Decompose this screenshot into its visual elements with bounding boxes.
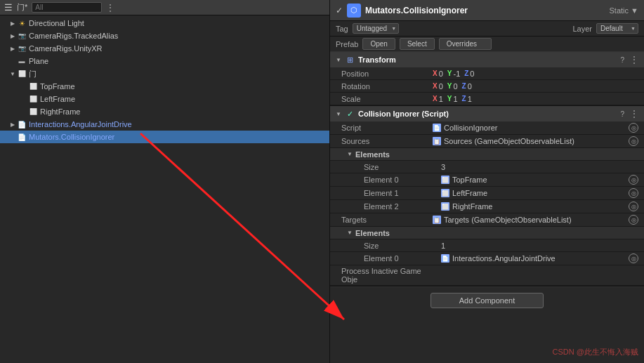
collision-help-icon[interactable]: ?	[620, 110, 624, 118]
position-z-val: 0	[470, 70, 474, 78]
hierarchy-item-camera-tracked[interactable]: ▶ 📷 CameraRigs.TrackedAlias	[0, 29, 329, 42]
transform-header[interactable]: ▼ ⊞ Transform ? ⋮	[330, 52, 644, 67]
transform-foldout-icon: ▼	[336, 57, 344, 63]
element2-target-btn[interactable]: ◎	[629, 202, 638, 211]
hierarchy-item-mutators[interactable]: 📄 Mutators.CollisionIgnorer	[0, 131, 329, 143]
label-frame-root: 门	[29, 69, 37, 79]
arrow-frame-root: ▼	[8, 70, 17, 78]
sources-size-row: Size 3	[330, 161, 644, 173]
target-element0-icon: 📄	[441, 254, 449, 263]
targets-circle-btn[interactable]: ◎	[629, 215, 638, 225]
x-axis-label: X	[433, 70, 438, 77]
hierarchy-search[interactable]	[32, 2, 102, 13]
sources-element2-label: Element 2	[364, 202, 441, 211]
overrides-button[interactable]: Overrides	[439, 38, 492, 50]
sources-elements-header[interactable]: ▼ Elements	[330, 148, 644, 161]
sources-size-value: 3	[441, 163, 638, 171]
sources-target-btn[interactable]: ◎	[629, 136, 638, 146]
scale-z-pair: Z 1	[462, 95, 472, 103]
rotation-z-val: 0	[468, 82, 472, 91]
collision-ignorer-section: ▼ ✓ Collision Ignorer (Script) ? ⋮ Scrip…	[330, 106, 644, 286]
icon-mutators: 📄	[17, 132, 27, 142]
rotation-values: X 0 Y 0 Z 0	[433, 82, 472, 91]
sources-ref-value: Sources (GameObjectObservableList)	[444, 137, 574, 145]
targets-row: Targets 📋 Targets (GameObjectObservableL…	[330, 213, 644, 227]
collision-active-checkbox[interactable]: ✓	[347, 110, 353, 119]
label-camera-tracked: CameraRigs.TrackedAlias	[29, 32, 118, 40]
sz-axis-label: Z	[462, 95, 466, 103]
icon-frame-root: ⬜	[17, 69, 27, 79]
transform-help-icon[interactable]: ?	[620, 56, 624, 64]
layer-label: Layer	[572, 25, 592, 33]
icon-top-frame: ⬜	[28, 81, 38, 91]
sources-element0-row: Element 0 ⬜ TopFrame ◎	[330, 173, 644, 187]
layer-dropdown[interactable]: Default	[596, 23, 638, 34]
position-x-val: 0	[439, 70, 443, 78]
collision-ignorer-header[interactable]: ▼ ✓ Collision Ignorer (Script) ? ⋮	[330, 106, 644, 121]
open-button[interactable]: Open	[362, 38, 395, 50]
ry-axis-label: Y	[447, 82, 452, 90]
tag-dropdown[interactable]: Untagged	[353, 23, 399, 34]
more-menu-icon[interactable]: ⋮	[106, 3, 114, 13]
targets-size-row: Size 1	[330, 239, 644, 252]
hierarchy-panel: ☰ 门* ⋮ ▶ ☀ Directional Light ▶ 📷	[0, 0, 330, 363]
targets-element0-value: Interactions.AngularJointDrive	[452, 254, 556, 263]
add-component-button[interactable]: Add Component	[431, 293, 544, 308]
arrow-mutators	[8, 133, 17, 141]
hierarchy-item-right-frame[interactable]: ⬜ RightFrame	[0, 105, 329, 118]
collision-title: Collision Ignorer (Script)	[358, 110, 617, 118]
position-z-pair: Z 0	[464, 70, 474, 78]
hierarchy-item-top-frame[interactable]: ⬜ TopFrame	[0, 80, 329, 93]
hierarchy-item-camera-unity[interactable]: ▶ 📷 CameraRigs.UnityXR	[0, 42, 329, 55]
label-top-frame: TopFrame	[40, 82, 75, 91]
sources-element2-value-container: ⬜ RightFrame	[441, 202, 629, 211]
label-right-frame: RightFrame	[40, 107, 80, 116]
collision-menu-icon[interactable]: ⋮	[630, 109, 638, 119]
element2-cube-icon: ⬜	[441, 202, 449, 211]
script-label: Script	[341, 124, 433, 132]
target-element0-circle-btn[interactable]: ◎	[629, 253, 638, 263]
targets-ref-value: Targets (GameObjectObservableList)	[444, 216, 572, 224]
position-row: Position X 0 Y -1 Z 0	[330, 67, 644, 80]
watermark: CSDN @此生不悔入海贼	[553, 347, 638, 357]
sx-axis-label: X	[433, 95, 438, 103]
transform-menu-icon[interactable]: ⋮	[630, 55, 638, 65]
tag-layer-row: Tag Untagged Layer Default	[330, 21, 644, 37]
static-label[interactable]: Static ▼	[610, 6, 638, 15]
hierarchy-item-interactions[interactable]: ▶ 📄 Interactions.AngularJointDrive	[0, 118, 329, 131]
transform-section: ▼ ⊞ Transform ? ⋮ Position X 0	[330, 52, 644, 106]
element1-target-btn[interactable]: ◎	[629, 188, 638, 198]
label-left-frame: LeftFrame	[40, 95, 75, 103]
prefab-row: Prefab Open Select Overrides	[330, 37, 644, 52]
hierarchy-item-left-frame[interactable]: ⬜ LeftFrame	[0, 93, 329, 105]
targets-elements-header[interactable]: ▼ Elements	[330, 227, 644, 239]
targets-size-value: 1	[441, 242, 638, 250]
hierarchy-item-plane[interactable]: ▬ Plane	[0, 55, 329, 67]
hierarchy-item-directional-light[interactable]: ▶ ☀ Directional Light	[0, 17, 329, 29]
transform-title: Transform	[358, 55, 617, 64]
element0-target-btn[interactable]: ◎	[629, 175, 638, 185]
sources-element0-value-container: ⬜ TopFrame	[441, 176, 629, 184]
script-value: CollisionIgnorer	[444, 124, 497, 132]
label-interactions: Interactions.AngularJointDrive	[29, 120, 132, 128]
rotation-y-val: 0	[453, 82, 457, 91]
select-button[interactable]: Select	[400, 38, 435, 50]
script-target-btn[interactable]: ◎	[629, 123, 638, 133]
z-axis-label: Z	[464, 70, 468, 77]
arrow-camera-tracked: ▶	[8, 32, 17, 40]
rotation-x-val: 0	[439, 82, 443, 91]
arrow-left-frame	[20, 95, 28, 103]
icon-left-frame: ⬜	[28, 94, 38, 104]
sources-element1-value: LeftFrame	[452, 189, 487, 197]
sources-element2-row: Element 2 ⬜ RightFrame ◎	[330, 200, 644, 213]
position-y-val: -1	[453, 70, 460, 78]
scale-x-pair: X 1	[433, 95, 443, 103]
position-y-pair: Y -1	[447, 70, 460, 78]
rotation-y-pair: Y 0	[447, 82, 458, 91]
element1-cube-icon: ⬜	[441, 189, 449, 197]
object-active-checkbox[interactable]: ✓	[336, 6, 343, 15]
rotation-row: Rotation X 0 Y 0 Z 0	[330, 80, 644, 93]
hierarchy-item-frame-root[interactable]: ▼ ⬜ 门	[0, 67, 329, 80]
icon-plane: ▬	[17, 56, 27, 66]
sources-ref-container: 📋 Sources (GameObjectObservableList)	[433, 137, 629, 145]
